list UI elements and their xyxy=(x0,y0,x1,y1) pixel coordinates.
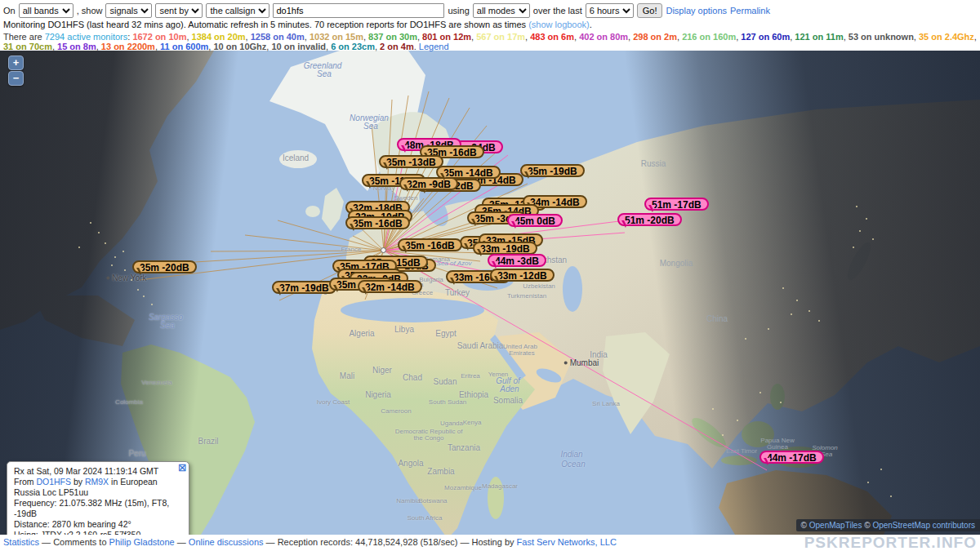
band-count: 483 on 6m xyxy=(530,32,574,42)
openstreetmap-link[interactable]: OpenStreetMap contributors xyxy=(872,521,975,530)
monitored-station-marker[interactable] xyxy=(381,247,386,253)
reception-balloon[interactable]: 45m 0dB xyxy=(507,214,563,227)
popup-frequency: Frequency: 21.075.382 MHz (15m), FT8, -1… xyxy=(14,498,182,519)
reception-balloon[interactable]: 32m -14dB xyxy=(358,280,422,293)
pskreporter-watermark: PSKREPORTER.INFO xyxy=(804,535,977,550)
world-map[interactable]: GreenlandSeaNorwegianSeaIcelandNorwaySwe… xyxy=(0,51,980,535)
reception-balloon[interactable]: 44m -3dB xyxy=(488,254,546,267)
footer: Statistics — Comments to Philip Gladston… xyxy=(0,535,980,551)
band-count: 567 on 17m xyxy=(476,32,525,42)
reception-balloon[interactable]: 51m -17dB xyxy=(644,198,709,211)
footer-link[interactable]: Philip Gladstone xyxy=(109,537,175,547)
direction-select[interactable]: sent by xyxy=(155,3,203,18)
active-monitors-link[interactable]: 7294 active monitors xyxy=(45,32,128,42)
signals-select[interactable]: signals xyxy=(105,3,152,18)
reception-balloon[interactable]: 44m -17dB xyxy=(760,451,824,464)
band-count: 402 on 80m xyxy=(579,32,628,42)
reception-balloon[interactable]: 35m -20dB xyxy=(132,260,197,273)
footer-link[interactable]: Online discussions xyxy=(189,537,264,547)
modes-select[interactable]: all modes xyxy=(473,3,530,18)
band-count: 216 on 160m xyxy=(682,32,736,42)
band-count: 121 on 11m xyxy=(795,32,843,42)
band-count: 13 on 2200m xyxy=(101,42,155,51)
band-count: 53 on unknown xyxy=(849,32,914,42)
reception-balloon[interactable]: 35m -19dB xyxy=(520,164,585,177)
bands-select[interactable]: all bands xyxy=(19,3,74,18)
band-count: 6 on 23cm xyxy=(331,42,375,51)
period-select[interactable]: 6 hours xyxy=(586,3,634,18)
popup-rx-time: Rx at Sat, 09 Mar 2024 11:19:14 GMT xyxy=(14,466,182,477)
band-count: 31 on 70cm xyxy=(3,42,52,51)
footer-text: — Comments to xyxy=(39,537,109,547)
tx-callsign-link[interactable]: DO1HFS xyxy=(36,477,71,487)
permalink-link[interactable]: Permalink xyxy=(730,6,770,16)
reception-balloon[interactable]: 51m -20dB xyxy=(617,213,682,226)
reception-balloon[interactable]: 35m -13dB xyxy=(379,155,443,168)
footer-link[interactable]: Fast Serv Networks, LLC xyxy=(517,537,617,547)
zoom-in-button[interactable]: + xyxy=(8,56,24,70)
band-count: 801 on 12m xyxy=(422,32,471,42)
reception-balloon[interactable]: 35m -16dB xyxy=(398,238,462,251)
band-count: 837 on 30m xyxy=(368,32,417,42)
overlast-label: over the last xyxy=(533,6,582,16)
reception-balloon[interactable]: 32m -9dB xyxy=(399,177,458,190)
band-count: 11 on 600m xyxy=(160,42,208,51)
reception-report-popup: ☒ Rx at Sat, 09 Mar 2024 11:19:14 GMT Fr… xyxy=(7,461,189,535)
band-count: 15 on 8m xyxy=(57,42,96,51)
band-count: 127 on 60m xyxy=(741,32,790,42)
band-count: 1384 on 20m xyxy=(192,32,246,42)
footer-text: — Reception records: 44,718,524,928 (518… xyxy=(264,537,517,547)
active-monitors-line: There are 7294 active monitors: 1672 on … xyxy=(3,32,977,51)
openmaptiles-link[interactable]: OpenMapTiles xyxy=(809,521,862,530)
band-count: 1672 on 10m xyxy=(132,32,186,42)
band-count: 10 on 10Ghz xyxy=(213,42,266,51)
reception-balloon[interactable]: 33m -19dB xyxy=(473,242,537,255)
callsign-input[interactable] xyxy=(273,3,444,18)
toolbar: On all bands , show signals sent by the … xyxy=(0,0,980,51)
close-icon[interactable]: ☒ xyxy=(178,464,186,473)
on-label: On xyxy=(3,6,16,16)
reception-balloon[interactable]: 35m -16dB xyxy=(345,216,410,229)
band-count: 1032 on 15m xyxy=(310,32,363,42)
map-attribution: © OpenMapTiles © OpenStreetMap contribut… xyxy=(796,519,980,531)
footer-text: — xyxy=(175,537,189,547)
zoom-out-button[interactable]: − xyxy=(8,71,24,86)
show-label: , show xyxy=(77,6,103,16)
callsign-type-select[interactable]: the callsign xyxy=(206,3,270,18)
band-count: 1258 on 40m xyxy=(251,32,305,42)
footer-link[interactable]: Statistics xyxy=(3,537,39,547)
display-options-link[interactable]: Display options xyxy=(666,6,727,16)
monitoring-status: Monitoring DO1HFS (last heard 32 mins ag… xyxy=(3,20,977,30)
rx-callsign-link[interactable]: RM9X xyxy=(85,477,109,487)
band-count: 35 on 2.4Ghz xyxy=(919,32,974,42)
legend-link[interactable]: Legend xyxy=(419,42,449,51)
band-counts: 1672 on 10m, 1384 on 20m, 1258 on 40m, 1… xyxy=(3,32,977,51)
reception-balloon[interactable]: 35m -14dB xyxy=(436,166,501,179)
popup-from-line: From DO1HFS by RM9X in European Russia L… xyxy=(14,477,182,498)
band-count: 2 on 4m xyxy=(380,42,414,51)
reception-balloon[interactable]: 33m -12dB xyxy=(490,269,555,282)
band-count: 10 on invalid xyxy=(271,42,326,51)
using-label: using xyxy=(448,6,469,16)
popup-distance: Distance: 2870 km bearing 42° xyxy=(14,519,182,530)
reception-balloon[interactable]: 37m -19dB xyxy=(272,281,336,294)
band-count: 298 on 2m xyxy=(633,32,677,42)
go-button[interactable]: Go! xyxy=(637,3,663,18)
show-logbook-link[interactable]: (show logbook) xyxy=(528,20,590,29)
